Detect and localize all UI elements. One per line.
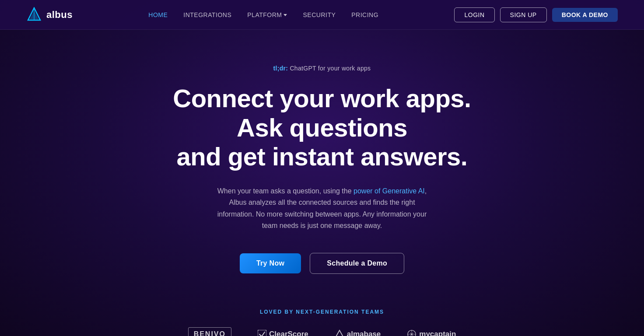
nav-actions: LOGIN SIGN UP BOOK A DEMO: [454, 7, 618, 22]
book-demo-button[interactable]: BOOK A DEMO: [552, 8, 618, 22]
nav-item-security[interactable]: SECURITY: [303, 11, 336, 18]
nav-links: HOME INTEGRATIONS PLATFORM SECURITY PRIC…: [148, 11, 378, 19]
clearscore-logo: ClearScore: [258, 330, 308, 336]
hero-buttons: Try Now Schedule a Demo: [240, 253, 404, 274]
almabase-logo: almabase: [335, 329, 381, 336]
hero-section: tl;dr: ChatGPT for your work apps Connec…: [0, 30, 644, 300]
nav-item-home[interactable]: HOME: [148, 11, 168, 18]
nav-item-platform[interactable]: PLATFORM: [247, 11, 287, 18]
schedule-demo-button[interactable]: Schedule a Demo: [310, 253, 404, 274]
logos-section: LOVED BY NEXT-GENERATION TEAMS BENIVO Cl…: [0, 300, 644, 336]
logo-link[interactable]: albus: [26, 7, 73, 23]
hero-tagline: tl;dr: ChatGPT for your work apps: [273, 65, 371, 72]
navbar: albus HOME INTEGRATIONS PLATFORM SECURIT…: [0, 0, 644, 30]
mycaptain-logo: mycaptain: [407, 329, 456, 336]
svg-marker-4: [336, 330, 343, 336]
chevron-down-icon: [284, 14, 287, 16]
svg-point-8: [411, 333, 413, 335]
hero-description: When your team asks a question, using th…: [215, 186, 429, 232]
nav-item-integrations[interactable]: INTEGRATIONS: [183, 11, 231, 18]
logo-text: albus: [46, 9, 73, 21]
benivo-logo: BENIVO: [188, 327, 231, 336]
logo-icon: [26, 7, 42, 23]
almabase-icon: [335, 329, 344, 336]
hero-title: Connect your work apps. Ask questions an…: [169, 84, 475, 172]
signup-button[interactable]: SIGN UP: [500, 7, 547, 22]
logos-row: BENIVO ClearScore almabase: [125, 327, 519, 336]
clearscore-icon: [258, 330, 266, 336]
try-now-button[interactable]: Try Now: [240, 253, 301, 273]
tagline-suffix: ChatGPT for your work apps: [288, 65, 371, 72]
login-button[interactable]: LOGIN: [454, 7, 494, 22]
logos-label: LOVED BY NEXT-GENERATION TEAMS: [260, 309, 384, 315]
tagline-prefix: tl;dr:: [273, 65, 288, 72]
nav-item-pricing[interactable]: PRICING: [351, 11, 378, 18]
mycaptain-icon: [407, 329, 416, 336]
